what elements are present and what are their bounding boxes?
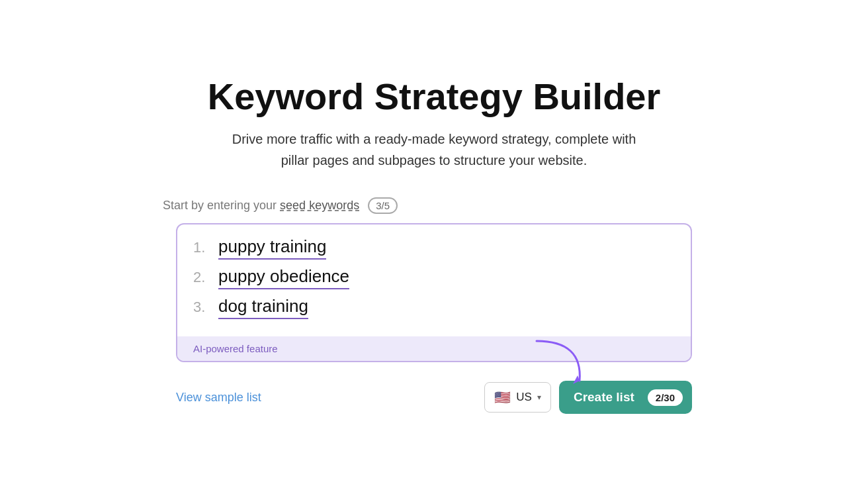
bottom-row: View sample list 🇺🇸 US ▾ Create list 2/3…	[176, 381, 692, 414]
ai-powered-label: AI-powered feature	[177, 336, 691, 361]
keyword-list: 1. puppy training 2. puppy obedience 3. …	[177, 224, 691, 336]
keyword-number-1: 1.	[193, 239, 218, 256]
page-title: Keyword Strategy Builder	[208, 76, 661, 117]
country-flag: 🇺🇸	[494, 389, 511, 405]
keyword-item-2[interactable]: 2. puppy obedience	[193, 266, 675, 289]
create-list-badge: 2/30	[648, 389, 683, 406]
arrow-decoration	[530, 334, 589, 394]
subtitle: Drive more traffic with a ready-made key…	[229, 128, 639, 171]
svg-marker-0	[573, 375, 580, 384]
chevron-down-icon: ▾	[537, 393, 541, 402]
seed-label-prefix: Start by entering your	[163, 199, 280, 212]
keyword-number-2: 2.	[193, 269, 218, 286]
keyword-number-3: 3.	[193, 299, 218, 316]
main-container: Keyword Strategy Builder Drive more traf…	[150, 50, 718, 441]
keyword-item-3[interactable]: 3. dog training	[193, 296, 675, 319]
seed-label: Start by entering your seed keywords 3/5	[163, 197, 679, 214]
seed-keywords-link[interactable]: seed keywords	[280, 199, 359, 212]
keyword-text-1: puppy training	[218, 236, 326, 260]
keyword-box: 1. puppy training 2. puppy obedience 3. …	[176, 223, 692, 362]
keyword-text-2: puppy obedience	[218, 266, 349, 289]
keyword-text-3: dog training	[218, 296, 308, 319]
keyword-item-1[interactable]: 1. puppy training	[193, 236, 675, 260]
seed-count-badge: 3/5	[368, 197, 398, 214]
view-sample-link[interactable]: View sample list	[176, 391, 261, 405]
